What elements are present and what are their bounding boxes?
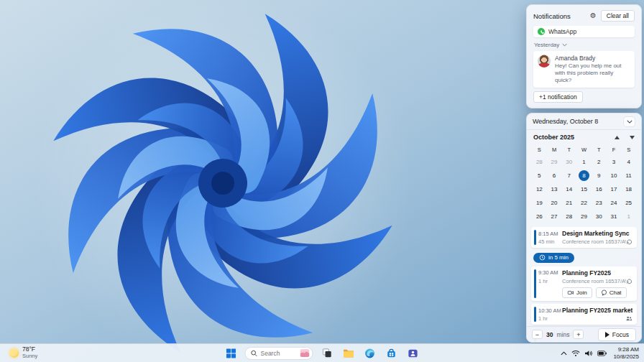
calendar-day[interactable]: 24	[607, 196, 622, 210]
calendar-day[interactable]: 2	[592, 155, 607, 169]
event-duration: 45 min	[538, 238, 562, 245]
calendar-day[interactable]: 10	[607, 169, 622, 182]
focus-button[interactable]: Focus	[598, 328, 636, 341]
calendar-day[interactable]: 28	[532, 155, 547, 169]
battery-icon[interactable]	[597, 351, 607, 356]
calendar-day-number: 17	[608, 184, 619, 195]
calendar-day-header: W	[576, 147, 592, 153]
start-button[interactable]	[224, 345, 239, 361]
volume-icon[interactable]	[584, 350, 593, 357]
calendar-panel: Wednesday, October 8 October 2025 SMTWTF…	[526, 113, 642, 343]
clear-all-button[interactable]: Clear all	[601, 10, 635, 22]
reminder-text: in 5 min	[548, 254, 569, 261]
calendar-day-number: 27	[549, 211, 560, 222]
calendar-day[interactable]: 25	[621, 196, 636, 210]
calendar-day[interactable]: 11	[621, 169, 636, 182]
calendar-day[interactable]: 18	[621, 182, 636, 196]
calendar-day[interactable]: 23	[592, 196, 607, 210]
calendar-day[interactable]: 19	[532, 196, 547, 210]
calendar-day[interactable]: 22	[576, 196, 592, 210]
calendar-day[interactable]: 30	[561, 155, 576, 169]
notification-group-whatsapp[interactable]: WhatsApp	[533, 26, 635, 37]
calendar-day[interactable]: 29	[576, 210, 592, 223]
hidden-icons-chevron[interactable]	[561, 351, 567, 356]
edge-button[interactable]	[362, 345, 378, 361]
more-notifications-button[interactable]: +1 notification	[533, 91, 583, 103]
join-button[interactable]: Join	[562, 287, 592, 299]
calendar-month-label: October 2025	[533, 134, 574, 141]
calendar-day-number: 11	[623, 170, 634, 181]
gear-icon[interactable]: ⚙	[590, 12, 597, 19]
event-actions: JoinChat	[562, 287, 632, 299]
agenda-list: 8:15 AMDesign Marketing Sync45 minConfer…	[527, 223, 641, 342]
notifications-panel: Notifications ⚙ Clear all WhatsApp Yeste…	[526, 4, 642, 108]
search-input[interactable]	[261, 350, 298, 357]
event-card[interactable]: 9:30 AMPlanning FY20251 hrConference roo…	[531, 266, 637, 302]
calendar-day[interactable]: 1	[576, 155, 592, 169]
calendar-day-number: 7	[564, 170, 574, 181]
calendar-day[interactable]: 3	[607, 155, 622, 169]
calendar-day[interactable]: 7	[561, 169, 576, 182]
calendar-day[interactable]: 15	[576, 182, 592, 196]
calendar-date-label: Wednesday, October 8	[533, 118, 598, 125]
calendar-week-row: 2829301234	[527, 155, 641, 169]
taskbar-center	[224, 344, 421, 362]
search-icon	[251, 350, 258, 357]
calendar-day[interactable]: 28	[561, 210, 576, 223]
calendar-day[interactable]: 6	[547, 169, 562, 182]
calendar-day[interactable]: 30	[592, 210, 607, 223]
calendar-day[interactable]: 27	[547, 210, 562, 223]
calendar-day-number: 5	[534, 170, 545, 181]
collapse-calendar-button[interactable]	[623, 116, 635, 127]
calendar-day[interactable]: 16	[592, 182, 607, 196]
calendar-day-number: 23	[594, 198, 604, 208]
calendar-day-selected[interactable]: 8	[576, 169, 592, 182]
teams-button[interactable]	[405, 345, 421, 361]
taskbar: 78°F Sunny	[0, 343, 644, 362]
event-time: 9:30 AM	[538, 269, 562, 276]
increase-duration-button[interactable]: +	[573, 330, 584, 339]
next-month-button[interactable]	[630, 136, 635, 139]
weather-condition: Sunny	[22, 353, 37, 360]
avatar	[538, 55, 551, 68]
task-view-button[interactable]	[319, 345, 335, 361]
microsoft-store-button[interactable]	[384, 345, 400, 361]
wifi-icon[interactable]	[571, 350, 580, 357]
notification-group-label[interactable]: Yesterday	[534, 42, 635, 48]
calendar-day[interactable]: 26	[532, 210, 547, 223]
calendar-day[interactable]: 14	[561, 182, 576, 196]
calendar-day[interactable]: 20	[547, 196, 562, 210]
search-box[interactable]	[245, 347, 313, 360]
clock[interactable]: 9:28 AM 10/8/2025	[613, 346, 639, 361]
calendar-day[interactable]: 1	[621, 210, 636, 223]
calendar-day[interactable]: 12	[532, 182, 547, 196]
calendar-day[interactable]: 5	[532, 169, 547, 182]
calendar-day[interactable]: 13	[547, 182, 562, 196]
event-card[interactable]: 8:15 AMDesign Marketing Sync45 minConfer…	[531, 227, 637, 248]
event-card[interactable]: 10:30 AMPlanning FY2025 marketing1 hr	[531, 304, 637, 325]
file-explorer-button[interactable]	[341, 345, 356, 361]
calendar-day[interactable]: 29	[547, 155, 562, 169]
calendar-day-number: 10	[608, 170, 619, 181]
focus-session-bar: − 30 mins + Focus	[527, 326, 641, 342]
event-time: 8:15 AM	[538, 231, 562, 237]
notification-card[interactable]: Amanda Brady Hey! Can you help me out wi…	[533, 51, 635, 88]
calendar-day[interactable]: 4	[621, 155, 636, 169]
calendar-day-number: 24	[608, 198, 619, 208]
calendar-day-number: 28	[534, 157, 545, 167]
calendar-day[interactable]: 17	[607, 182, 622, 196]
search-highlight-icon	[300, 349, 310, 357]
calendar-day[interactable]: 31	[607, 210, 622, 223]
calendar-day[interactable]: 21	[561, 196, 576, 210]
widgets-weather-button[interactable]: 78°F Sunny	[6, 344, 40, 362]
recurring-icon	[626, 278, 632, 284]
reminder-pill[interactable]: in 5 min	[533, 253, 574, 263]
chat-button[interactable]: Chat	[596, 287, 627, 299]
calendar-week-row: 2627282930311	[527, 210, 641, 223]
calendar-day-number: 4	[623, 157, 634, 167]
previous-month-button[interactable]	[615, 136, 620, 139]
calendar-day-header: M	[547, 147, 562, 153]
calendar-day[interactable]: 9	[592, 169, 607, 182]
decrease-duration-button[interactable]: −	[532, 330, 543, 339]
calendar-day-number: 31	[608, 211, 619, 222]
